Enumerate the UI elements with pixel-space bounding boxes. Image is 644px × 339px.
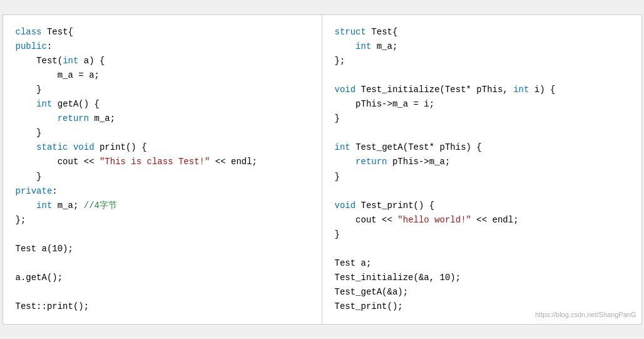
line-19 [16, 285, 309, 300]
r-line-7: } [335, 112, 629, 126]
r-line-15: } [335, 227, 629, 242]
line-14: }; [16, 213, 309, 227]
r-line-14: cout << "hello world!" << endl; [335, 213, 629, 227]
line-1: class Test{ [16, 25, 309, 39]
r-line-17: Test a; [335, 256, 629, 271]
r-line-12 [335, 184, 629, 199]
r-line-2: int m_a; [335, 39, 629, 54]
line-8: } [16, 126, 309, 140]
r-line-4 [335, 68, 629, 83]
line-11: } [16, 170, 309, 184]
r-line-6: pThis->m_a = i; [335, 97, 629, 112]
r-line-9: int Test_getA(Test* pThis) { [335, 140, 629, 155]
line-5: } [16, 83, 309, 97]
line-12: private: [16, 184, 309, 199]
line-2: public: [16, 39, 309, 54]
r-line-13: void Test_print() { [335, 199, 629, 213]
line-20: Test::print(); [16, 300, 309, 314]
line-4: m_a = a; [16, 68, 309, 83]
left-code-panel: class Test{ public: Test(int a) { m_a = … [3, 15, 322, 325]
line-15 [16, 227, 309, 242]
right-code-panel: struct Test{ int m_a; }; void Test_initi… [322, 15, 641, 325]
line-9: static void print() { [16, 140, 309, 155]
line-10: cout << "This is class Test!" << endl; [16, 155, 309, 169]
r-line-19: Test_getA(&a); [335, 285, 629, 300]
watermark: https://blog.csdn.net/ShangPanG [535, 310, 636, 321]
r-line-5: void Test_initialize(Test* pThis, int i)… [335, 83, 629, 97]
r-line-10: return pThis->m_a; [335, 155, 629, 169]
line-3: Test(int a) { [16, 54, 309, 68]
line-7: return m_a; [16, 112, 309, 126]
r-line-18: Test_initialize(&a, 10); [335, 271, 629, 285]
r-line-8 [335, 126, 629, 140]
r-line-3: }; [335, 54, 629, 68]
r-line-1: struct Test{ [335, 25, 629, 39]
line-18: a.getA(); [16, 271, 309, 285]
line-6: int getA() { [16, 97, 309, 112]
line-16: Test a(10); [16, 242, 309, 256]
line-13: int m_a; //4字节 [16, 199, 309, 213]
r-line-16 [335, 242, 629, 256]
r-line-11: } [335, 170, 629, 184]
main-container: class Test{ public: Test(int a) { m_a = … [3, 14, 642, 325]
line-17 [16, 256, 309, 271]
